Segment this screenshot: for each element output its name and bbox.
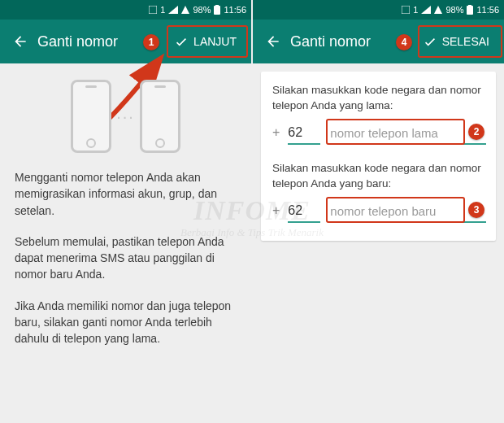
status-bar: 1 98% 11:56	[0, 0, 251, 20]
screen-change-number-intro: 1 98% 11:56 Ganti nomor LANJUT 1	[0, 0, 251, 423]
battery-pct: 98%	[193, 5, 211, 15]
check-icon	[174, 34, 189, 49]
svg-rect-0	[149, 6, 157, 14]
intro-paragraph-1: Mengganti nomor telepon Anda akan memigr…	[15, 169, 237, 219]
svg-rect-6	[402, 6, 410, 14]
sim-label: 1	[160, 5, 165, 15]
app-bar: Ganti nomor SELESAI 4	[253, 20, 504, 63]
sim-indicator	[149, 6, 157, 14]
battery-icon	[214, 5, 220, 15]
battery-icon	[467, 5, 473, 15]
back-button[interactable]	[7, 28, 34, 55]
done-label: SELESAI	[442, 35, 489, 48]
svg-rect-10	[468, 5, 471, 7]
form-card: Silakan masukkan kode negara dan nomor t…	[261, 72, 496, 241]
signal-icon	[168, 6, 178, 14]
intro-text: Mengganti nomor telepon Anda akan memigr…	[0, 169, 251, 347]
step-badge-4: 4	[396, 34, 412, 50]
phone-old-input[interactable]	[328, 123, 486, 145]
svg-marker-2	[181, 6, 189, 14]
intro-paragraph-2: Sebelum memulai, pastikan telepon Anda d…	[15, 233, 237, 283]
network-icon	[181, 6, 189, 14]
sim-label: 1	[413, 5, 418, 15]
row-old-number: + 2	[272, 122, 484, 145]
signal-icon	[421, 6, 431, 14]
dots-icon: ···	[116, 107, 135, 126]
continue-button[interactable]: LANJUT	[166, 29, 245, 54]
clock: 11:56	[476, 5, 499, 15]
plus-sign: +	[272, 125, 280, 145]
svg-marker-8	[434, 6, 442, 14]
phone-new-input[interactable]	[328, 201, 486, 223]
continue-label: LANJUT	[193, 35, 237, 48]
svg-rect-9	[467, 6, 473, 15]
phone-new-icon	[140, 80, 180, 153]
prompt-old-number: Silakan masukkan kode negara dan nomor t…	[272, 83, 484, 114]
sim-indicator	[402, 6, 410, 14]
done-button[interactable]: SELESAI	[415, 29, 497, 54]
step-badge-3: 3	[468, 202, 484, 218]
clock: 11:56	[224, 5, 246, 15]
battery-pct: 98%	[445, 5, 463, 15]
step-badge-1: 1	[143, 34, 159, 50]
svg-rect-4	[215, 5, 219, 7]
row-new-number: + 3	[272, 200, 484, 223]
plus-sign: +	[272, 203, 280, 223]
phone-old-icon	[71, 80, 111, 153]
step-badge-2: 2	[468, 124, 484, 140]
app-bar: Ganti nomor LANJUT 1	[0, 20, 251, 63]
intro-paragraph-3: Jika Anda memiliki nomor dan juga telepo…	[15, 298, 237, 347]
back-button[interactable]	[259, 28, 287, 55]
screen-change-number-form: 1 98% 11:56 Ganti nomor SELESAI 4	[253, 0, 504, 423]
country-code-old[interactable]	[288, 122, 320, 145]
svg-rect-3	[214, 6, 220, 15]
country-code-new[interactable]	[288, 200, 320, 223]
svg-marker-7	[421, 6, 431, 14]
prompt-new-number: Silakan masukkan kode negara dan nomor t…	[272, 161, 484, 192]
status-bar: 1 98% 11:56	[253, 0, 504, 20]
check-icon	[423, 34, 437, 49]
svg-marker-1	[168, 6, 178, 14]
phone-transfer-illustration: ···	[0, 63, 251, 169]
network-icon	[434, 6, 442, 14]
